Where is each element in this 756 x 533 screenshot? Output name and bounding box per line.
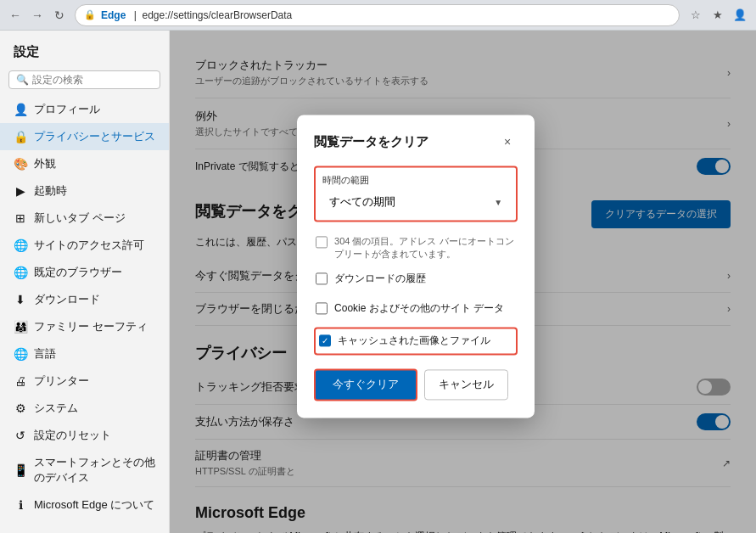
download-checkbox[interactable] bbox=[316, 272, 328, 284]
sidebar-item-printer[interactable]: 🖨 プリンター bbox=[0, 367, 169, 395]
reset-icon: ↺ bbox=[14, 429, 27, 442]
time-range-label: 時間の範囲 bbox=[322, 174, 509, 187]
sidebar-item-label: ファミリー セーフティ bbox=[34, 319, 148, 334]
siteaccess-icon: 🌐 bbox=[14, 238, 27, 252]
collections-icon[interactable]: ★ bbox=[708, 6, 727, 25]
forward-icon[interactable]: → bbox=[29, 7, 46, 24]
search-input[interactable] bbox=[32, 74, 153, 86]
sidebar-item-system[interactable]: ⚙ システム bbox=[0, 395, 169, 422]
sidebar-item-label: プリンター bbox=[34, 373, 89, 389]
modal-close-button[interactable]: × bbox=[497, 132, 518, 152]
sidebar-title: 設定 bbox=[0, 37, 169, 70]
address-text: | edge://settings/clearBrowserData bbox=[131, 9, 670, 21]
sidebar-item-label: 言語 bbox=[34, 346, 56, 362]
history-label: 304 個の項目。アドレス バーにオートコンプリートが含まれています。 bbox=[334, 235, 516, 261]
sidebar-item-privacy[interactable]: 🔒 プライバシーとサービス bbox=[0, 123, 169, 150]
address-bar[interactable]: 🔒 Edge | edge://settings/clearBrowserDat… bbox=[75, 4, 680, 26]
download-label: ダウンロードの履歴 bbox=[334, 272, 426, 286]
cookies-checkbox-row: Cookie およびその他のサイト データ bbox=[314, 298, 518, 319]
sidebar-item-family[interactable]: 👨‍👩‍👧 ファミリー セーフティ bbox=[0, 313, 169, 340]
sidebar-item-label: 新しいタブ ページ bbox=[34, 210, 126, 226]
sidebar-item-newtab[interactable]: ⊞ 新しいタブ ページ bbox=[0, 205, 169, 232]
time-range-select[interactable]: すべての期間 bbox=[322, 190, 509, 213]
privacy-icon: 🔒 bbox=[14, 130, 27, 143]
favorites-icon[interactable]: ☆ bbox=[686, 6, 705, 25]
profile-icon[interactable]: 👤 bbox=[731, 6, 749, 25]
sidebar-item-label: プライバシーとサービス bbox=[34, 129, 155, 144]
sidebar-item-label: Microsoft Edge について bbox=[34, 497, 154, 513]
language-icon: 🌐 bbox=[14, 347, 27, 361]
startup-icon: ▶ bbox=[14, 184, 27, 198]
phone-icon: 📱 bbox=[14, 463, 27, 477]
back-icon[interactable]: ← bbox=[7, 7, 24, 24]
refresh-icon[interactable]: ↻ bbox=[51, 7, 68, 24]
modal-header: 閲覧データをクリア × bbox=[314, 132, 518, 152]
clear-now-button[interactable]: 今すぐクリア bbox=[314, 369, 417, 401]
sidebar-item-about[interactable]: ℹ Microsoft Edge について bbox=[0, 491, 169, 519]
checkbox-list: 304 個の項目。アドレス バーにオートコンプリートが含まれています。 ダウンロ… bbox=[314, 232, 518, 355]
sidebar-item-label: 設定のリセット bbox=[34, 428, 111, 443]
cancel-button[interactable]: キャンセル bbox=[424, 370, 508, 401]
address-prefix: | bbox=[131, 9, 139, 21]
sidebar: 設定 🔍 👤 プロフィール 🔒 プライバシーとサービス 🎨 外観 ▶ 起動時 ⊞… bbox=[0, 31, 170, 533]
sidebar-search[interactable]: 🔍 bbox=[8, 70, 160, 89]
sidebar-item-label: 起動時 bbox=[34, 183, 67, 199]
sidebar-item-label: 外観 bbox=[34, 156, 56, 171]
history-checkbox[interactable] bbox=[316, 236, 328, 248]
cache-label: キャッシュされた画像とファイル bbox=[338, 334, 490, 349]
edge-label: Edge bbox=[101, 9, 126, 21]
modal-actions: 今すぐクリア キャンセル bbox=[314, 369, 518, 401]
nav-icons: ← → ↻ bbox=[7, 7, 68, 24]
browser-actions: ☆ ★ 👤 bbox=[686, 6, 749, 25]
sidebar-item-reset[interactable]: ↺ 設定のリセット bbox=[0, 422, 169, 449]
time-range-container: 時間の範囲 すべての期間 ▼ bbox=[314, 166, 518, 222]
newtab-icon: ⊞ bbox=[14, 211, 27, 225]
cache-checkbox-row: ✓ キャッシュされた画像とファイル bbox=[314, 328, 518, 356]
download-icon: ⬇ bbox=[14, 293, 27, 306]
lock-icon: 🔒 bbox=[84, 9, 96, 20]
printer-icon: 🖨 bbox=[14, 374, 27, 388]
appearance-icon: 🎨 bbox=[14, 157, 27, 171]
family-icon: 👨‍👩‍👧 bbox=[14, 320, 27, 334]
history-checkbox-row: 304 個の項目。アドレス バーにオートコンプリートが含まれています。 bbox=[314, 232, 518, 265]
about-icon: ℹ bbox=[14, 498, 27, 512]
sidebar-item-siteaccess[interactable]: 🌐 サイトのアクセス許可 bbox=[0, 232, 169, 259]
clear-data-modal: 閲覧データをクリア × 時間の範囲 すべての期間 ▼ 304 個の項目。アドレス… bbox=[297, 115, 535, 418]
cookies-label: Cookie およびその他のサイト データ bbox=[334, 301, 504, 316]
browser-chrome: ← → ↻ 🔒 Edge | edge://settings/clearBrow… bbox=[0, 0, 756, 31]
sidebar-item-label: システム bbox=[34, 401, 78, 416]
sidebar-item-profile[interactable]: 👤 プロフィール bbox=[0, 96, 169, 123]
sidebar-item-label: スマートフォンとその他のデバイス bbox=[34, 455, 155, 485]
sidebar-item-language[interactable]: 🌐 言語 bbox=[0, 340, 169, 367]
system-icon: ⚙ bbox=[14, 401, 27, 415]
modal-title: 閲覧データをクリア bbox=[314, 134, 428, 150]
sidebar-item-label: 既定のブラウザー bbox=[34, 265, 122, 280]
download-history-checkbox-row: ダウンロードの履歴 bbox=[314, 268, 518, 289]
sidebar-item-download[interactable]: ⬇ ダウンロード bbox=[0, 286, 169, 313]
cookies-checkbox[interactable] bbox=[316, 302, 328, 314]
sidebar-item-startup[interactable]: ▶ 起動時 bbox=[0, 177, 169, 205]
history-label-text: 304 個の項目。アドレス バーにオートコンプリートが含まれています。 bbox=[334, 235, 516, 261]
sidebar-item-label: サイトのアクセス許可 bbox=[34, 238, 144, 253]
search-icon: 🔍 bbox=[16, 74, 29, 86]
address-url: edge://settings/clearBrowserData bbox=[142, 9, 292, 21]
sidebar-item-appearance[interactable]: 🎨 外観 bbox=[0, 150, 169, 177]
cache-checkbox[interactable]: ✓ bbox=[319, 335, 331, 347]
time-select-wrapper: すべての期間 ▼ bbox=[322, 190, 509, 213]
profile-icon: 👤 bbox=[14, 103, 27, 116]
browser-icon: 🌐 bbox=[14, 266, 27, 279]
sidebar-item-label: ダウンロード bbox=[34, 292, 100, 307]
sidebar-item-defaultbrowser[interactable]: 🌐 既定のブラウザー bbox=[0, 259, 169, 286]
sidebar-item-label: プロフィール bbox=[34, 102, 100, 117]
sidebar-item-phone[interactable]: 📱 スマートフォンとその他のデバイス bbox=[0, 449, 169, 491]
